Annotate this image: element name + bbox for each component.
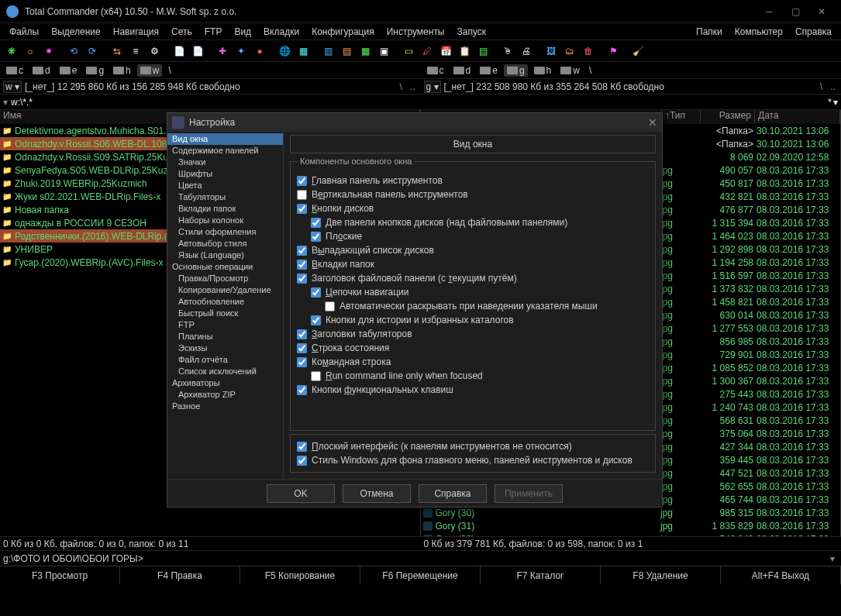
tree-item[interactable]: Копирование/Удаление (167, 284, 283, 296)
drive-g[interactable]: g (83, 64, 107, 77)
right-path-star[interactable]: * (828, 97, 832, 108)
checkbox-option[interactable]: Выпадающий список дисков (297, 243, 649, 257)
checkbox-option[interactable]: Стиль Windows для фона главного меню, па… (297, 453, 649, 467)
fn-F8[interactable]: F8 Удаление (601, 566, 721, 584)
toolbar-btn-30[interactable]: ▤ (474, 43, 491, 60)
cancel-button[interactable]: Отмена (343, 484, 411, 503)
tree-item[interactable]: Язык (Language) (167, 249, 283, 261)
minimize-button[interactable]: ─ (756, 3, 782, 20)
toolbar-btn-39[interactable]: ⚑ (605, 43, 622, 60)
col-date[interactable]: Дата (755, 110, 840, 124)
checkbox-option[interactable]: Вертикальная панель инструментов (297, 188, 649, 201)
checkbox-option[interactable]: Кнопки функциональных клавиш (297, 383, 649, 397)
toolbar-btn-36[interactable]: 🗂 (561, 43, 578, 60)
menu-Навигация[interactable]: Навигация (107, 23, 165, 40)
tree-item[interactable]: Автовыбор стиля (167, 238, 283, 249)
tree-item[interactable]: Архиваторы (167, 377, 283, 389)
toolbar-btn-14[interactable]: ✚ (214, 43, 231, 60)
fn-F3[interactable]: F3 Просмотр (0, 566, 120, 584)
col-type[interactable]: ↑Тип (662, 110, 701, 124)
checkbox[interactable] (297, 190, 307, 200)
drive-g[interactable]: g (504, 64, 528, 77)
drive-d[interactable]: d (450, 64, 474, 77)
col-size[interactable]: Размер (701, 110, 755, 124)
left-nav-up[interactable]: .. (408, 81, 418, 92)
checkbox-option[interactable]: Вкладки папок (297, 257, 649, 271)
right-path-dd[interactable]: ▾ (833, 97, 838, 108)
toolbar-btn-37[interactable]: 🗑 (580, 43, 597, 60)
checkbox-option[interactable]: Строка состояния (297, 341, 649, 355)
fn-F4[interactable]: F4 Правка (120, 566, 240, 584)
tree-item[interactable]: Содержимое панелей (167, 145, 283, 157)
checkbox-option[interactable]: Две панели кнопков дисков (над файловыми… (297, 215, 649, 229)
right-nav-root[interactable]: \ (818, 81, 825, 92)
toolbar-btn-7[interactable]: ⇆ (109, 43, 126, 60)
toolbar-btn-33[interactable]: 🖨 (518, 43, 535, 60)
checkbox-option[interactable]: Плоский интерфейс (к панелям инструменто… (297, 439, 649, 453)
toolbar-btn-32[interactable]: 🖰 (499, 43, 516, 60)
fn-F6[interactable]: F6 Перемещение (360, 566, 481, 584)
menu-Компьютер[interactable]: Компьютер (729, 23, 789, 40)
menu-Конфигурация[interactable]: Конфигурация (305, 23, 381, 40)
toolbar-btn-16[interactable]: ● (251, 43, 268, 60)
tree-item[interactable]: Файл отчёта (167, 354, 283, 366)
toolbar-btn-4[interactable]: ⟲ (65, 43, 82, 60)
toolbar-btn-29[interactable]: 📋 (456, 43, 473, 60)
drive-w[interactable]: w (557, 64, 583, 77)
checkbox-option[interactable]: Заголовок файловой панели (с текущим пут… (297, 271, 649, 285)
menu-Вид[interactable]: Вид (228, 23, 257, 40)
checkbox[interactable] (311, 315, 321, 325)
tree-item[interactable]: Эскизы (167, 342, 283, 354)
file-row[interactable]: Gory (31)jpg1 835 82908.03.2016 17:33 (421, 519, 841, 532)
tree-item[interactable]: FTP (167, 319, 283, 331)
checkbox-option[interactable]: Run command line only when focused (297, 369, 649, 383)
drive-h[interactable]: h (110, 64, 134, 77)
checkbox-option[interactable]: Кнопки для истории и избранных каталогов (297, 313, 649, 327)
drive-e[interactable]: e (477, 64, 501, 77)
toolbar-btn-18[interactable]: 🌐 (276, 43, 293, 60)
cmd-input[interactable] (146, 553, 827, 564)
checkbox[interactable] (311, 287, 321, 298)
tree-item[interactable]: Плагины (167, 331, 283, 342)
help-button[interactable]: Справка (419, 484, 487, 503)
checkbox[interactable] (297, 329, 307, 339)
tree-item[interactable]: Разное (167, 401, 283, 412)
fn-F5[interactable]: F5 Копирование (240, 566, 360, 584)
toolbar-btn-21[interactable]: ▥ (319, 43, 336, 60)
checkbox[interactable] (311, 232, 321, 242)
toolbar-btn-1[interactable]: ☼ (22, 43, 39, 60)
tree-item[interactable]: Основные операции (167, 261, 283, 273)
toolbar-btn-24[interactable]: ▣ (375, 43, 392, 60)
toolbar-btn-0[interactable]: ❋ (3, 43, 20, 60)
fn-Alt+F4[interactable]: Alt+F4 Выход (721, 566, 841, 584)
checkbox-option[interactable]: Цепочки навигации (297, 285, 649, 299)
settings-tree[interactable]: Вид окнаСодержимое панелейЗначкиШрифтыЦв… (167, 132, 284, 479)
toolbar-btn-35[interactable]: 🖼 (543, 43, 560, 60)
toolbar-btn-5[interactable]: ⟳ (84, 43, 101, 60)
file-row[interactable]: Gory (32)jpg546 84008.03.2016 17:33 (421, 532, 841, 536)
toolbar-btn-8[interactable]: ≡ (127, 43, 144, 60)
tree-item[interactable]: Цвета (167, 180, 283, 191)
menu-Справка[interactable]: Справка (789, 23, 838, 40)
tree-item[interactable]: Наборы колонок (167, 215, 283, 226)
checkbox[interactable] (311, 371, 321, 381)
checkbox[interactable] (297, 204, 307, 214)
toolbar-btn-41[interactable]: 🧹 (629, 43, 646, 60)
checkbox[interactable] (297, 176, 307, 186)
maximize-button[interactable]: ▢ (782, 3, 808, 20)
checkbox[interactable] (297, 343, 307, 353)
toolbar-btn-22[interactable]: ▤ (338, 43, 355, 60)
toolbar-btn-19[interactable]: ▦ (295, 43, 312, 60)
drive-c[interactable]: c (424, 64, 447, 77)
tree-item[interactable]: Табуляторы (167, 191, 283, 203)
tree-item[interactable]: Архиватор ZIP (167, 389, 283, 401)
tree-item[interactable]: Быстрый поиск (167, 308, 283, 319)
toolbar-btn-27[interactable]: 🖊 (419, 43, 436, 60)
tree-item[interactable]: Значки (167, 157, 283, 168)
file-row[interactable]: Gory (30)jpg985 31508.03.2016 17:33 (421, 506, 841, 519)
drive-c[interactable]: c (3, 64, 26, 77)
toolbar-btn-26[interactable]: ▭ (400, 43, 417, 60)
left-path-arrow[interactable]: ▾ (3, 97, 8, 108)
checkbox[interactable] (325, 301, 335, 311)
toolbar-btn-15[interactable]: ✦ (233, 43, 250, 60)
